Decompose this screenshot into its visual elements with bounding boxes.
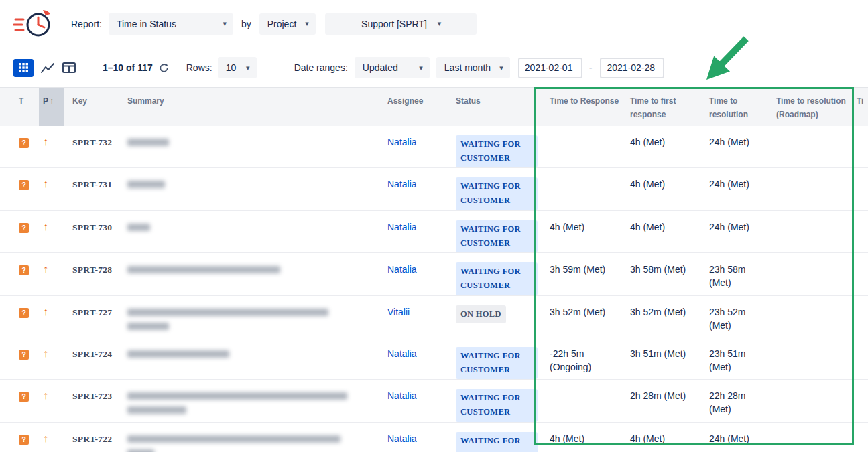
group-by-value: Project (267, 19, 297, 29)
group-by-select[interactable]: Project ▾ (259, 13, 316, 35)
project-select[interactable]: Support [SPRT] ▾ (325, 13, 477, 35)
summary-redacted (127, 432, 377, 452)
column-header-key[interactable]: Key (64, 88, 122, 126)
status-badge: WAITING FOR CUSTOMER (456, 347, 538, 380)
column-header-time-to-response[interactable]: Time to Response (544, 88, 625, 126)
status-badge: WAITING FOR CUSTOMER (456, 389, 538, 422)
issue-type-question-icon: ? (19, 138, 29, 148)
date-ranges-label: Date ranges: (294, 62, 348, 73)
issue-key[interactable]: SPRT-723 (72, 391, 112, 401)
chevron-down-icon: ▾ (438, 19, 442, 28)
column-header-priority[interactable]: P↑ (39, 88, 64, 126)
date-field-value: Updated (363, 62, 398, 73)
priority-up-icon: ↑ (43, 263, 48, 275)
column-header-assignee[interactable]: Assignee (382, 88, 450, 126)
assignee-link[interactable]: Natalia (387, 137, 417, 147)
date-range-separator: - (589, 62, 593, 73)
sort-up-icon: ↑ (50, 96, 54, 106)
time-to-first-response-value: 4h (Met) (630, 137, 665, 147)
priority-up-icon: ↑ (43, 306, 48, 317)
priority-up-icon: ↑ (43, 136, 48, 147)
time-to-resolution-value: 24h (Met) (709, 433, 749, 444)
chart-view-button[interactable] (41, 62, 55, 74)
assignee-link[interactable]: Natalia (387, 179, 417, 190)
column-header-summary[interactable]: Summary (122, 88, 382, 126)
time-to-response-value: 3h 52m (Met) (550, 307, 605, 317)
priority-up-icon: ↑ (43, 433, 48, 444)
table-row[interactable]: ? ↑ SPRT-731 Natalia WAITING FOR CUSTOME… (0, 168, 868, 211)
status-badge: WAITING FOR CUSTOMER (456, 220, 538, 253)
date-to-input[interactable] (600, 58, 664, 78)
date-from-input[interactable] (518, 58, 582, 78)
column-header-time-to-resolution-roadmap[interactable]: Time to resolution (Roadmap) (771, 88, 851, 126)
chevron-down-icon: ▾ (305, 19, 309, 28)
board-layout-icon (62, 62, 76, 73)
table-header-row: T P↑ Key Summary Assignee Status Time to… (0, 88, 868, 126)
table-row[interactable]: ? ↑ SPRT-727 Vitalii ON HOLD 3h 52m (Met… (0, 295, 868, 337)
issue-key[interactable]: SPRT-730 (72, 222, 112, 232)
column-header-time-to-first-response[interactable]: Time to first response (625, 88, 704, 126)
report-label: Report: (71, 19, 102, 29)
issue-key[interactable]: SPRT-732 (72, 137, 112, 147)
table-row[interactable]: ? ↑ SPRT-732 Natalia WAITING FOR CUSTOME… (0, 126, 868, 168)
issue-key[interactable]: SPRT-722 (72, 434, 112, 444)
time-to-resolution-value: 23h 51m (Met) (709, 348, 745, 372)
time-to-first-response-value: 4h (Met) (630, 433, 665, 444)
time-to-first-response-value: 3h 58m (Met) (630, 264, 686, 275)
status-badge: WAITING FOR CUSTOMER (456, 177, 538, 210)
issue-type-question-icon: ? (19, 223, 29, 233)
assignee-link[interactable]: Natalia (387, 390, 417, 401)
date-field-select[interactable]: Updated ▾ (355, 57, 430, 78)
time-to-resolution-value: 24h (Met) (709, 222, 749, 232)
priority-up-icon: ↑ (43, 221, 48, 232)
table-row[interactable]: ? ↑ SPRT-728 Natalia WAITING FOR CUSTOME… (0, 253, 868, 296)
table-row[interactable]: ? ↑ SPRT-722 Natalia WAITING FOR CUSTOME… (0, 422, 868, 452)
project-value: Support [SPRT] (361, 19, 427, 29)
issue-key[interactable]: SPRT-724 (72, 349, 112, 359)
refresh-icon (159, 63, 169, 73)
time-to-resolution-value: 24h (Met) (709, 137, 749, 147)
summary-redacted (127, 389, 377, 414)
summary-redacted (127, 177, 377, 188)
rows-per-page-select[interactable]: 10 ▾ (218, 57, 257, 78)
summary-redacted (127, 220, 377, 231)
assignee-link[interactable]: Natalia (387, 348, 417, 359)
assignee-link[interactable]: Natalia (387, 433, 417, 444)
pagination-text: 1–10 of 117 (103, 62, 153, 73)
issue-type-question-icon: ? (19, 392, 29, 402)
assignee-link[interactable]: Vitalii (387, 307, 410, 317)
time-to-resolution-value: 22h 28m (Met) (709, 390, 745, 415)
table-row[interactable]: ? ↑ SPRT-724 Natalia WAITING FOR CUSTOME… (0, 337, 868, 380)
issue-type-question-icon: ? (19, 435, 29, 445)
priority-up-icon: ↑ (43, 390, 48, 401)
date-preset-select[interactable]: Last month ▾ (436, 57, 510, 78)
refresh-button[interactable] (159, 63, 169, 73)
assignee-link[interactable]: Natalia (387, 264, 417, 275)
time-to-first-response-value: 3h 52m (Met) (630, 307, 686, 317)
time-to-response-value: 4h (Met) (550, 433, 584, 444)
column-header-status[interactable]: Status (450, 88, 544, 126)
clock-speed-logo-icon (13, 8, 54, 40)
column-header-time-to-resolution[interactable]: Time to resolution (704, 88, 771, 126)
assignee-link[interactable]: Natalia (387, 222, 417, 232)
status-badge: WAITING FOR CUSTOMER (456, 135, 538, 168)
issue-key[interactable]: SPRT-731 (72, 179, 112, 190)
issue-key[interactable]: SPRT-727 (72, 307, 112, 317)
status-badge: WAITING FOR CUSTOMER (456, 432, 538, 452)
report-type-select[interactable]: Time in Status ▾ (109, 13, 233, 35)
time-to-first-response-value: 2h 28m (Met) (630, 390, 686, 401)
chevron-down-icon: ▾ (419, 64, 423, 72)
column-header-type[interactable]: T (0, 88, 39, 126)
time-to-first-response-value: 3h 51m (Met) (630, 348, 686, 359)
time-to-response-value: -22h 5m (Ongoing) (550, 348, 591, 372)
time-to-resolution-value: 23h 58m (Met) (709, 264, 745, 288)
grid-view-button[interactable] (13, 59, 34, 77)
chevron-down-icon: ▾ (223, 19, 227, 28)
rows-per-page-value: 10 (226, 62, 237, 73)
board-view-button[interactable] (62, 62, 76, 73)
issue-key[interactable]: SPRT-728 (72, 265, 112, 275)
time-to-first-response-value: 4h (Met) (630, 222, 665, 232)
table-row[interactable]: ? ↑ SPRT-723 Natalia WAITING FOR CUSTOME… (0, 380, 868, 423)
summary-redacted (127, 305, 377, 330)
table-row[interactable]: ? ↑ SPRT-730 Natalia WAITING FOR CUSTOME… (0, 210, 868, 253)
